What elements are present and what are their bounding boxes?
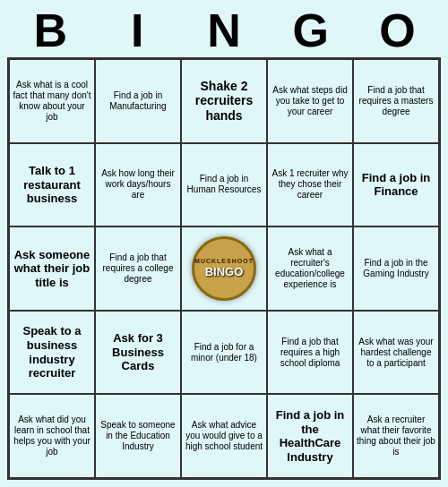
cell-r4-c3: Find a job in the HealthCare Industry [267, 394, 353, 478]
cell-r0-c3: Ask what steps did you take to get to yo… [267, 59, 353, 143]
cell-text: Find a job that requires a high school d… [271, 337, 349, 369]
cell-text: Find a job in Finance [357, 171, 435, 199]
cell-r4-c1: Speak to someone in the Education Indust… [95, 394, 181, 478]
cell-text: Find a job in Human Resources [185, 174, 263, 195]
cell-text: Ask what was your hardest challenge to a… [357, 337, 435, 369]
cell-text: Talk to 1 restaurant business [13, 164, 91, 206]
cell-r4-c0: Ask what did you learn in school that he… [9, 394, 95, 478]
cell-r0-c2: Shake 2 recruiters hands [181, 59, 267, 143]
cell-text: Find a job in the HealthCare Industry [271, 408, 349, 464]
cell-r4-c4: Ask a recruiter what their favorite thin… [353, 394, 439, 478]
cell-text: Ask what advice you would give to a high… [185, 420, 263, 452]
bingo-letter-b: B [11, 7, 90, 54]
cell-r0-c1: Find a job in Manufacturing [95, 59, 181, 143]
cell-text: Find a job for a minor (under 18) [185, 342, 263, 363]
cell-r2-c2: MUCKLESHOOTBINGO [181, 226, 267, 311]
bingo-letter-g: G [271, 7, 350, 54]
cell-text: Speak to a business industry recruiter [13, 324, 91, 380]
cell-text: Ask what steps did you take to get to yo… [271, 85, 349, 117]
free-bingo: BINGO [205, 265, 244, 279]
cell-r3-c2: Find a job for a minor (under 18) [181, 311, 267, 395]
cell-text: Speak to someone in the Education Indust… [99, 420, 177, 452]
cell-r3-c0: Speak to a business industry recruiter [9, 311, 95, 395]
cell-r1-c0: Talk to 1 restaurant business [9, 143, 95, 227]
bingo-grid: Ask what is a cool fact that many don't … [7, 57, 441, 480]
free-top: MUCKLESHOOT [194, 258, 254, 265]
cell-text: Find a job in the Gaming Industry [357, 258, 435, 279]
cell-text: Find a job that requires a college degre… [99, 252, 177, 285]
cell-r0-c0: Ask what is a cool fact that many don't … [9, 59, 95, 143]
cell-r3-c4: Ask what was your hardest challenge to a… [353, 311, 439, 395]
cell-text: Find a job in Manufacturing [99, 90, 177, 112]
cell-r2-c1: Find a job that requires a college degre… [95, 226, 181, 311]
cell-r1-c3: Ask 1 recruiter why they chose their car… [267, 143, 353, 227]
cell-r1-c4: Find a job in Finance [353, 143, 439, 227]
bingo-header: BINGO [7, 7, 441, 54]
cell-r1-c1: Ask how long their work days/hours are [95, 143, 181, 227]
cell-r3-c1: Ask for 3 Business Cards [95, 311, 181, 395]
cell-text: Ask someone what their job title is [13, 248, 91, 290]
cell-text: Ask 1 recruiter why they chose their car… [271, 168, 349, 201]
cell-r2-c0: Ask someone what their job title is [9, 226, 95, 311]
cell-r4-c2: Ask what advice you would give to a high… [181, 394, 267, 478]
bingo-letter-i: I [98, 7, 177, 54]
bingo-letter-o: O [358, 7, 437, 54]
cell-r3-c3: Find a job that requires a high school d… [267, 311, 353, 395]
cell-r1-c2: Find a job in Human Resources [181, 143, 267, 227]
free-cell: MUCKLESHOOTBINGO [192, 236, 256, 301]
cell-text: Ask what a recruiter's education/college… [271, 247, 349, 290]
cell-text: Ask for 3 Business Cards [99, 331, 177, 373]
cell-text: Shake 2 recruiters hands [185, 79, 263, 124]
cell-r2-c4: Find a job in the Gaming Industry [353, 226, 439, 311]
cell-text: Ask what is a cool fact that many don't … [13, 80, 91, 123]
cell-text: Find a job that requires a masters degre… [357, 85, 435, 117]
cell-r2-c3: Ask what a recruiter's education/college… [267, 226, 353, 311]
cell-text: Ask how long their work days/hours are [99, 168, 177, 201]
cell-r0-c4: Find a job that requires a masters degre… [353, 59, 439, 143]
bingo-letter-n: N [185, 7, 263, 54]
cell-text: Ask what did you learn in school that he… [13, 414, 91, 457]
cell-text: Ask a recruiter what their favorite thin… [357, 414, 435, 457]
